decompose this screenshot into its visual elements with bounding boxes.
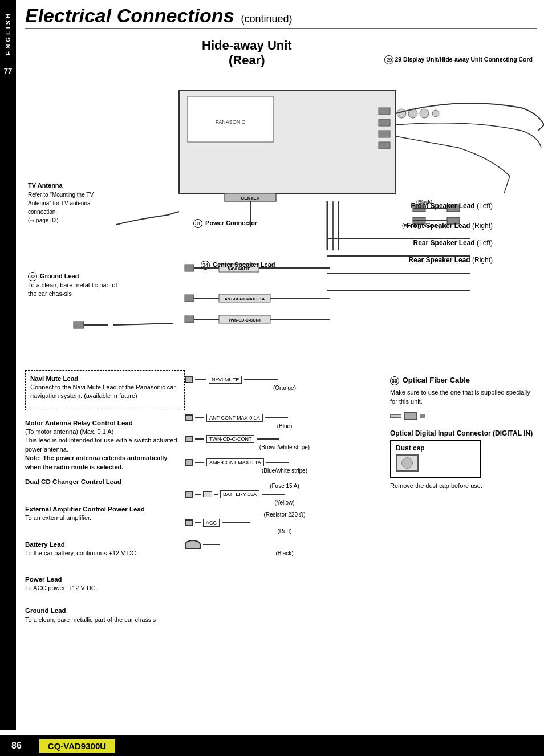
sidebar-page-number: 77 — [4, 67, 12, 75]
svg-point-10 — [432, 110, 439, 117]
navi-conn: NAVI MUTE (Orange) — [185, 376, 384, 391]
svg-rect-31 — [185, 265, 194, 271]
center-speaker-label: 34 Center Speaker Lead — [201, 261, 275, 270]
title-main: Electrical Connections — [25, 5, 234, 27]
power-plug — [185, 519, 193, 526]
power-conn: (Resistor 220 Ω) ACC (Red) — [185, 511, 384, 534]
svg-text:CENTER: CENTER — [241, 196, 260, 201]
svg-rect-36 — [185, 295, 194, 302]
ground-conn: (Black) — [185, 540, 384, 556]
svg-rect-6 — [379, 142, 390, 149]
title-sub: (continued) — [241, 13, 293, 25]
svg-point-7 — [397, 109, 406, 118]
svg-rect-5 — [379, 131, 390, 137]
rear-speaker-right-label: Rear Speaker Lead (Right) — [409, 256, 493, 264]
ground-lead-bottom-item: Ground Lead To a clean, bare metallic pa… — [25, 606, 185, 624]
cd-plug — [185, 436, 193, 442]
rear-speaker-left-label: Rear Speaker Lead (Left) — [413, 239, 493, 247]
svg-text:ANT-CONT MAX 0.1A: ANT-CONT MAX 0.1A — [225, 297, 265, 301]
battery-conn: (Fuse 15 A) BATTERY 15A (Yellow) — [185, 483, 384, 506]
battery-lead-item: Battery Lead To the car battery, continu… — [25, 540, 185, 558]
page-title: Electrical Connections (continued) — [25, 5, 537, 27]
unit-diagram-svg: PANASONIC CENTER — [25, 62, 544, 359]
ant-plug — [185, 414, 193, 421]
svg-rect-3 — [379, 108, 390, 115]
motor-antenna-item: Motor Antenna Relay Control Lead (To mot… — [25, 418, 185, 472]
navi-plug — [185, 376, 193, 383]
cd-conn: TWN-CD-C-CONT (Brown/white stripe) — [185, 435, 384, 450]
front-speaker-left-label: Front Speaker Lead (Left) — [411, 202, 493, 210]
lower-connections-section: Navi Mute Lead Connect to the Navi Mute … — [25, 370, 537, 630]
lower-right-col: 30 Optical Fiber Cable Make sure to use … — [384, 370, 537, 630]
optical-port — [420, 414, 425, 418]
ground-symbol — [185, 540, 201, 549]
lower-left-col: Navi Mute Lead Connect to the Navi Mute … — [25, 370, 185, 630]
optical-connector-visual — [390, 412, 537, 420]
svg-rect-41 — [185, 316, 194, 323]
optical-wire-left — [390, 414, 401, 418]
svg-text:PANASONIC: PANASONIC — [216, 119, 246, 125]
dust-cap-icon — [396, 454, 419, 472]
ground-lead-32: 32 Ground Lead To a clean, bare metal-li… — [28, 272, 119, 299]
svg-rect-4 — [379, 119, 390, 126]
power-lead-item: Power Lead To ACC power, +12 V DC. — [25, 575, 185, 592]
svg-point-9 — [420, 109, 429, 118]
model-badge: CQ-VAD9300U — [39, 739, 115, 753]
svg-text:TWN-CD-C-CONT: TWN-CD-C-CONT — [228, 318, 262, 322]
sidebar: ENGLISH 77 — [0, 0, 16, 730]
optical-plug — [404, 412, 417, 420]
sidebar-language: ENGLISH — [5, 11, 11, 55]
front-speaker-right-label: Front Speaker Lead (Right) — [407, 222, 493, 230]
amp-conn: AMP-CONT MAX 0.1A (Blue/white stripe) — [185, 458, 384, 474]
main-content: Electrical Connections (continued) Hide-… — [16, 0, 544, 647]
title-underline — [25, 28, 537, 29]
bottom-bar: 86 CQ-VAD9300U — [0, 735, 544, 756]
dual-cd-item: Dual CD Changer Control Lead — [25, 477, 185, 486]
amp-plug — [185, 459, 193, 466]
page-number: 86 — [11, 741, 22, 751]
diagram-area: Hide-away Unit (Rear) 2929 Display Unit/… — [25, 34, 538, 364]
ext-amp-item: External Amplifier Control Power Lead To… — [25, 505, 185, 522]
svg-rect-13 — [74, 322, 84, 328]
battery-plug — [185, 491, 193, 498]
ant-conn: ANT-CONT MAX 0.1A (Blue) — [185, 414, 384, 429]
optical-section: 30 Optical Fiber Cable Make sure to use … — [384, 376, 537, 490]
dust-cap-box: Dust cap — [390, 440, 481, 478]
lower-mid-col: NAVI MUTE (Orange) ANT-CONT MAX 0.1A (Bl… — [185, 370, 384, 630]
navi-mute-item: Navi Mute Lead Connect to the Navi Mute … — [30, 374, 180, 401]
power-connector-label: 31 Power Connector — [193, 219, 257, 228]
navi-mute-box: Navi Mute Lead Connect to the Navi Mute … — [25, 370, 185, 410]
